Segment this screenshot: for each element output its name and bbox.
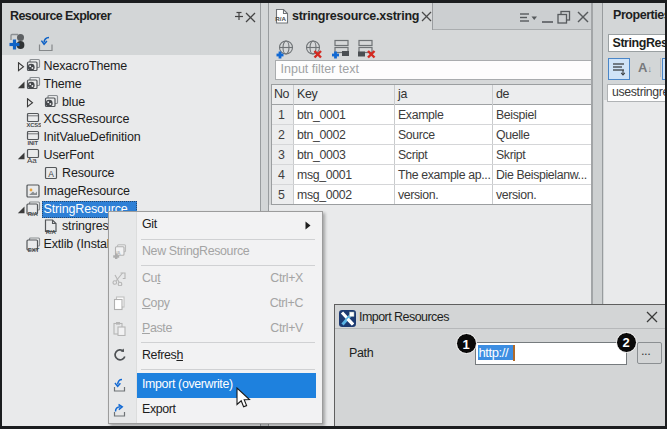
svg-text:XCSS: XCSS bbox=[27, 122, 42, 128]
svg-text:EXT: EXT bbox=[28, 247, 40, 253]
svg-text:R/A: R/A bbox=[28, 211, 39, 217]
svg-text:R/A: R/A bbox=[46, 229, 57, 235]
svg-text:INIT: INIT bbox=[28, 140, 39, 146]
svg-text:A: A bbox=[48, 169, 54, 179]
svg-text:R/A: R/A bbox=[275, 15, 286, 22]
svg-text:Aa: Aa bbox=[27, 156, 37, 164]
